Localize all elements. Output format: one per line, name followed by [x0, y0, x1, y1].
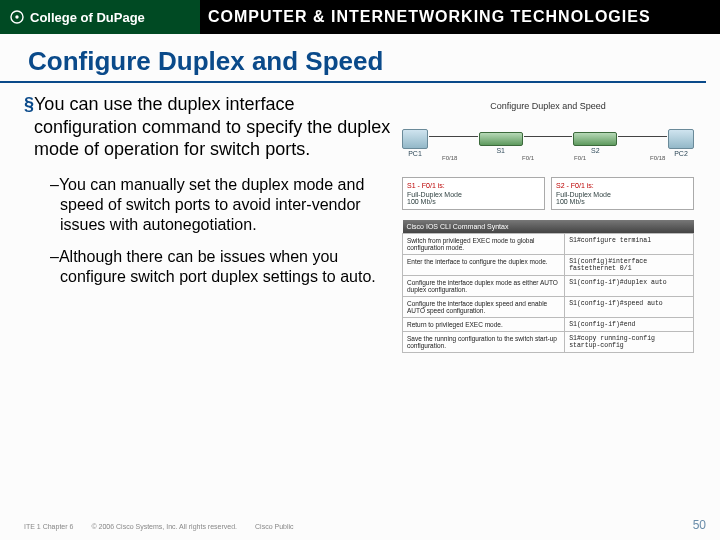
- table-header: Cisco IOS CLI Command Syntax: [403, 220, 694, 234]
- footer-classification: Cisco Public: [255, 523, 294, 530]
- footer-copyright: © 2006 Cisco Systems, Inc. All rights re…: [91, 523, 237, 530]
- config-boxes: S1 - F0/1 is: Full-Duplex Mode 100 Mb/s …: [402, 177, 694, 210]
- footer-chapter: ITE 1 Chapter 6: [24, 523, 73, 530]
- bullet-sub-1: –You can manually set the duplex mode an…: [60, 175, 394, 235]
- program-name: COMPUTER & INTERNETWORKING TECHNOLOGIES: [200, 0, 720, 34]
- bullet-main: § You can use the duplex interface confi…: [24, 93, 394, 161]
- text-column: § You can use the duplex interface confi…: [24, 93, 394, 353]
- college-badge: College of DuPage: [0, 0, 200, 34]
- switch-icon: [573, 132, 617, 146]
- config-box-s1: S1 - F0/1 is: Full-Duplex Mode 100 Mb/s: [402, 177, 545, 210]
- table-row: Configure the interface duplex mode as e…: [403, 276, 694, 297]
- table-row: Switch from privileged EXEC mode to glob…: [403, 234, 694, 255]
- table-row: Return to privileged EXEC mode.S1(config…: [403, 318, 694, 332]
- switch-icon: [479, 132, 523, 146]
- table-row: Enter the interface to configure the dup…: [403, 255, 694, 276]
- diagram-title: Configure Duplex and Speed: [402, 101, 694, 111]
- config-box-s2: S2 - F0/1 is: Full-Duplex Mode 100 Mb/s: [551, 177, 694, 210]
- link-line: [429, 136, 478, 137]
- bullet-sub-2: –Although there can be issues when you c…: [60, 247, 394, 287]
- pc-icon: [402, 129, 428, 149]
- slide-header: College of DuPage COMPUTER & INTERNETWOR…: [0, 0, 720, 34]
- node-s1: S1: [479, 132, 523, 154]
- college-logo-icon: [10, 10, 24, 24]
- port-label: F0/18: [650, 155, 665, 161]
- pc-icon: [668, 129, 694, 149]
- page-number: 50: [693, 518, 706, 532]
- port-label: F0/18: [442, 155, 457, 161]
- node-pc1: PC1: [402, 129, 428, 157]
- command-syntax-table: Cisco IOS CLI Command Syntax Switch from…: [402, 220, 694, 353]
- slide-body: § You can use the duplex interface confi…: [0, 83, 720, 353]
- diagram-column: Configure Duplex and Speed PC1 S1 S2 PC2…: [394, 93, 694, 353]
- slide-footer: ITE 1 Chapter 6 © 2006 Cisco Systems, In…: [24, 518, 706, 532]
- node-pc2: PC2: [668, 129, 694, 157]
- bullet-square-icon: §: [24, 93, 34, 161]
- table-row: Configure the interface duplex speed and…: [403, 297, 694, 318]
- node-s2: S2: [573, 132, 617, 154]
- port-label: F0/1: [522, 155, 534, 161]
- link-line: [618, 136, 667, 137]
- svg-point-1: [15, 15, 18, 18]
- bullet-main-text: You can use the duplex interface configu…: [34, 93, 394, 161]
- table-row: Save the running configuration to the sw…: [403, 332, 694, 353]
- slide-title: Configure Duplex and Speed: [0, 34, 706, 83]
- network-topology: PC1 S1 S2 PC2 F0/18 F0/1 F0/1 F0/18: [402, 117, 694, 169]
- port-label: F0/1: [574, 155, 586, 161]
- college-name: College of DuPage: [30, 10, 145, 25]
- link-line: [524, 136, 573, 137]
